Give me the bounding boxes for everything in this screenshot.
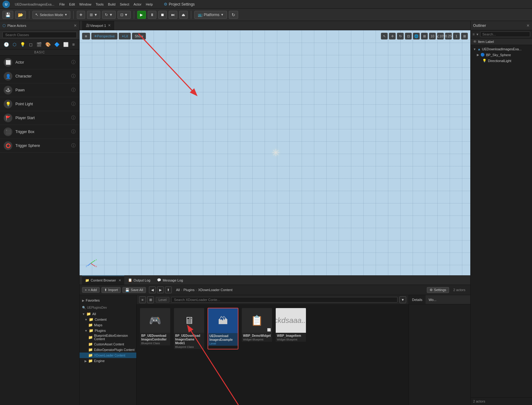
tree-item-blueprint-ext[interactable]: 📁 BlueprintEditorExtension Content [80, 333, 136, 341]
cb-up-btn[interactable]: ⬆ [165, 286, 172, 293]
world-local-btn[interactable]: 🌐 [413, 33, 420, 40]
refresh-button[interactable]: ↻ [229, 11, 238, 19]
open-button[interactable]: 📂 [15, 11, 26, 19]
asset-wbp-demo[interactable]: 📋 ⬜ WBP_DemoWidget Widget Blueprint [241, 308, 272, 349]
content-browser-close[interactable]: ✕ [118, 278, 121, 282]
viewport-tab-1[interactable]: 🎥 Viewport 1 ✕ [82, 21, 115, 30]
category-volumes-icon[interactable]: ⬜ [62, 41, 70, 48]
category-all-icon[interactable]: ≡ [71, 41, 76, 48]
actor-item-point-light[interactable]: 💡 Point Light ⓘ [0, 97, 79, 111]
menu-actor[interactable]: Actor [134, 2, 142, 6]
num-btn[interactable]: 1 [453, 33, 460, 40]
menu-help[interactable]: Help [146, 2, 153, 6]
actor-info-character[interactable]: ⓘ [71, 73, 76, 79]
perspective-btn[interactable]: 👁 Perspective [91, 33, 118, 40]
hamburger-menu-btn[interactable]: ≡ [82, 33, 90, 40]
rotate-tool-btn[interactable]: ↻ [397, 33, 404, 40]
rotate-snap-button[interactable]: ↻ ▼ [102, 11, 115, 19]
translate-tool-btn[interactable]: ✛ [389, 33, 396, 40]
cb-search-input[interactable] [171, 297, 398, 303]
menu-file[interactable]: File [59, 2, 65, 6]
cb-settings-button[interactable]: ⚙ Settings [427, 287, 449, 293]
surface-snapping-btn[interactable]: ⊞ [421, 33, 428, 40]
pause-button[interactable]: ⏸ [148, 11, 156, 19]
viewport-content[interactable]: ✳ ≡ 👁 Perspective ☀ Lit Show [80, 30, 470, 275]
cb-crumb-all[interactable]: All [176, 288, 180, 292]
scale-snap-button[interactable]: ⊡ ▼ [118, 11, 131, 19]
asset-bp-controller[interactable]: 🎮 BP_UEDownload ImagesController Bluepri… [140, 308, 171, 349]
asset-wbp-image[interactable]: ckdsaaa... WBP_ImageItem Widget Blueprin… [275, 308, 306, 349]
import-button[interactable]: ⬆ Import [101, 287, 121, 293]
outliner-item-directional-light[interactable]: 💡 DirectionalLight [471, 58, 532, 64]
outliner-dropdown-icon[interactable]: ▼ [476, 33, 479, 36]
cb-crumb-xdownloader[interactable]: XDownLoader Content [198, 288, 232, 292]
outliner-close[interactable]: ✕ [526, 23, 530, 28]
category-basic-icon[interactable]: ⬡ [11, 41, 18, 48]
show-btn[interactable]: Show [132, 33, 146, 40]
category-shapes-icon[interactable]: ◻ [28, 41, 34, 48]
save-all-button[interactable]: 💾 Save All [122, 287, 146, 293]
menu-select[interactable]: Select [120, 2, 129, 6]
cb-search-opts-btn[interactable]: ▼ [399, 296, 406, 303]
search-classes-input[interactable] [2, 32, 77, 38]
tree-item-editor-op[interactable]: 📁 EditorOperatorPlugin Content [80, 347, 136, 353]
place-actors-close[interactable]: ✕ [74, 23, 77, 28]
outliner-item-bpskysphere[interactable]: ▶ 🔵 BP_Sky_Sphere [471, 52, 532, 58]
outliner-search-input[interactable] [480, 31, 530, 37]
layout-btn[interactable]: ⊞ [461, 33, 468, 40]
grid-snap-button[interactable]: ⊞ ▼ [87, 11, 100, 19]
details-tab[interactable]: Details [409, 295, 426, 304]
category-visual-icon[interactable]: 🎨 [44, 41, 52, 48]
asset-ue-download-example[interactable]: 🏔 UEDownload ImagesExample Level [208, 308, 238, 349]
outliner-item-project[interactable]: ▼ ▲ UEDownloadImagesExa... [471, 46, 532, 52]
category-cinematic-icon[interactable]: 🎬 [35, 41, 43, 48]
play-button[interactable]: ▶ [137, 11, 146, 19]
select-tool-btn[interactable]: ↖ [381, 33, 388, 40]
actor-info-point-light[interactable]: ⓘ [71, 101, 76, 107]
tree-item-plugins[interactable]: ▼ 📁 Plugins [80, 328, 136, 333]
actor-item-character[interactable]: 👤 Character ⓘ [0, 69, 79, 83]
actor-info-pawn[interactable]: ⓘ [71, 87, 76, 93]
actor-item-pawn[interactable]: 🕹 Pawn ⓘ [0, 83, 79, 97]
menu-window[interactable]: Window [79, 2, 91, 6]
tree-item-all[interactable]: ▼ 📁 All [80, 311, 136, 317]
actor-info-player-start[interactable]: ⓘ [71, 115, 76, 121]
angle-btn[interactable]: ∠ 10° [437, 33, 444, 40]
cb-history-fwd-btn[interactable]: ▶ [157, 286, 164, 293]
cb-sort-btn[interactable]: ⊞ [147, 296, 154, 303]
actor-info-trigger-sphere[interactable]: ⓘ [71, 143, 76, 148]
skip-button[interactable]: ⏭ [169, 11, 177, 19]
content-browser-tab[interactable]: 📁 Content Browser ✕ [82, 276, 124, 285]
actor-item-actor[interactable]: ⬜ Actor ⓘ [0, 56, 79, 69]
actor-info-actor[interactable]: ⓘ [71, 60, 76, 65]
scale-tool-btn[interactable]: ⊡ [405, 33, 412, 40]
menu-build[interactable]: Build [108, 2, 115, 6]
viewport-tab-close[interactable]: ✕ [108, 23, 111, 27]
category-clock-icon[interactable]: 🕐 [2, 41, 10, 48]
cb-crumb-plugins[interactable]: Plugins [184, 288, 195, 292]
lit-btn[interactable]: ☀ Lit [119, 33, 131, 40]
outliner-filter-icon[interactable]: ≡ [472, 32, 475, 36]
output-log-tab[interactable]: 📋 Output Log [125, 276, 153, 285]
world-tab[interactable]: Wo... [426, 295, 439, 304]
eject-button[interactable]: ⏏ [179, 11, 188, 19]
project-settings-btn[interactable]: ⚙ Project Settings [164, 2, 195, 6]
save-button[interactable]: 💾 [2, 11, 13, 19]
add-tool-button[interactable]: + [77, 11, 85, 19]
tree-item-xdownloader[interactable]: 📁 XDownLoader Content [80, 353, 136, 358]
menu-edit[interactable]: Edit [69, 2, 75, 6]
message-log-tab[interactable]: 💬 Message Log [154, 276, 186, 285]
tree-item-custom-asset[interactable]: 📁 CustomAsset Content [80, 341, 136, 347]
add-button[interactable]: + + Add [82, 287, 100, 293]
tree-item-content[interactable]: ▼ 📁 Content [80, 317, 136, 322]
actor-item-player-start[interactable]: 🚩 Player Start ⓘ [0, 111, 79, 125]
category-lights-icon[interactable]: 💡 [19, 41, 27, 48]
grid-size-btn[interactable]: 10 [429, 33, 436, 40]
category-geo-icon[interactable]: 🔷 [53, 41, 61, 48]
zoom-btn[interactable]: 0.25 [445, 33, 452, 40]
cb-view-options-btn[interactable]: ≡ [139, 296, 146, 303]
cb-history-back-btn[interactable]: ◀ [149, 286, 156, 293]
favorites-header[interactable]: ▶ Favorites [82, 298, 134, 303]
stop-button[interactable]: ⏹ [158, 11, 167, 19]
menu-tools[interactable]: Tools [96, 2, 104, 6]
